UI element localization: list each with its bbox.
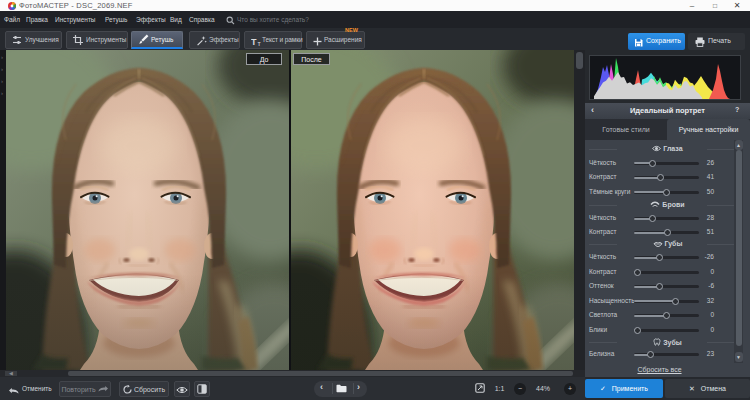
svg-text:T: T bbox=[251, 37, 257, 46]
svg-text:т: т bbox=[258, 40, 262, 47]
